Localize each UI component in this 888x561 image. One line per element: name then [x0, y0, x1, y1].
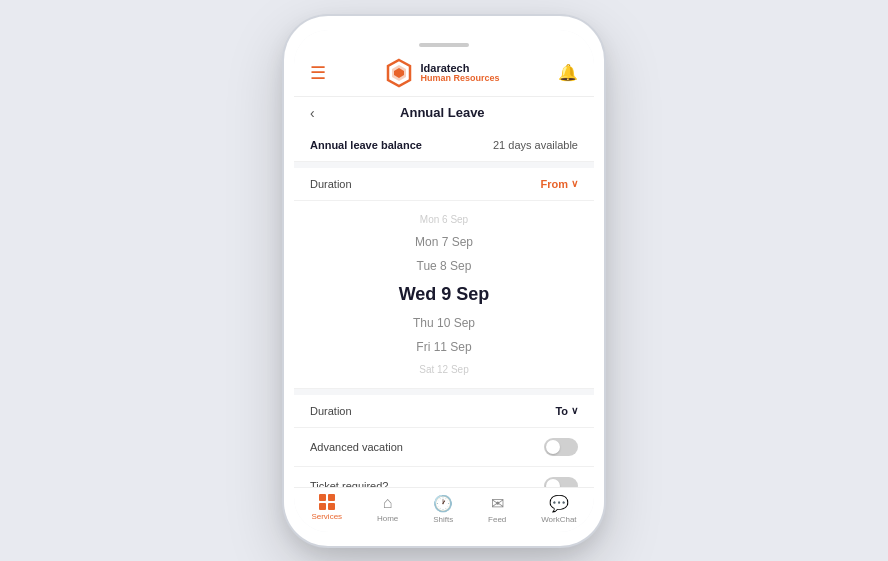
- nav-workchat[interactable]: 💬 WorkChat: [541, 494, 576, 524]
- brand-logo: [384, 58, 414, 88]
- date-item-thu10[interactable]: Thu 10 Sep: [294, 311, 594, 335]
- notch-bar: [419, 43, 469, 47]
- ticket-required-row: Ticket required?: [294, 467, 594, 487]
- nav-workchat-label: WorkChat: [541, 515, 576, 524]
- date-item-sat12[interactable]: Sat 12 Sep: [294, 359, 594, 380]
- ticket-required-toggle[interactable]: [544, 477, 578, 487]
- nav-services[interactable]: Services: [311, 494, 342, 524]
- feed-icon: ✉: [491, 494, 504, 513]
- nav-shifts[interactable]: 🕐 Shifts: [433, 494, 453, 524]
- workchat-icon: 💬: [549, 494, 569, 513]
- ticket-required-label: Ticket required?: [310, 480, 388, 487]
- balance-label: Annual leave balance: [310, 139, 422, 151]
- shifts-icon: 🕐: [433, 494, 453, 513]
- brand-name: Idaratech: [420, 62, 499, 74]
- page-header: ‹ Annual Leave: [294, 96, 594, 129]
- balance-row: Annual leave balance 21 days available: [294, 129, 594, 162]
- nav-feed[interactable]: ✉ Feed: [488, 494, 506, 524]
- notch: [294, 30, 594, 50]
- duration-from-label: Duration: [310, 178, 352, 190]
- brand-sub: Human Resources: [420, 74, 499, 84]
- advanced-vacation-toggle[interactable]: [544, 438, 578, 456]
- from-selector[interactable]: From ∨: [541, 178, 579, 190]
- duration-to-row[interactable]: Duration To ∨: [294, 395, 594, 428]
- date-picker: Mon 6 Sep Mon 7 Sep Tue 8 Sep Wed 9 Sep …: [294, 201, 594, 389]
- page-title: Annual Leave: [323, 105, 562, 120]
- nav-home-label: Home: [377, 514, 398, 523]
- app-header: ☰ Idaratech Human Resources 🔔: [294, 50, 594, 96]
- content-area: Annual leave balance 21 days available D…: [294, 129, 594, 487]
- bottom-nav: Services ⌂ Home 🕐 Shifts ✉ Feed 💬 WorkCh…: [294, 487, 594, 532]
- duration-to-label: Duration: [310, 405, 352, 417]
- from-text: From: [541, 178, 569, 190]
- date-item-mon6[interactable]: Mon 6 Sep: [294, 209, 594, 230]
- date-item-tue8[interactable]: Tue 8 Sep: [294, 254, 594, 278]
- nav-home[interactable]: ⌂ Home: [377, 494, 398, 524]
- home-icon: ⌂: [383, 494, 393, 512]
- advanced-vacation-row: Advanced vacation: [294, 428, 594, 467]
- nav-feed-label: Feed: [488, 515, 506, 524]
- brand-text: Idaratech Human Resources: [420, 62, 499, 84]
- from-chevron: ∨: [571, 178, 578, 189]
- to-text: To: [555, 405, 568, 417]
- menu-icon[interactable]: ☰: [310, 62, 326, 84]
- date-item-fri11[interactable]: Fri 11 Sep: [294, 335, 594, 359]
- nav-services-label: Services: [311, 512, 342, 521]
- bell-icon[interactable]: 🔔: [558, 63, 578, 82]
- phone-wrapper: ☰ Idaratech Human Resources 🔔 ‹ Annual L…: [284, 16, 604, 546]
- to-selector[interactable]: To ∨: [555, 405, 578, 417]
- phone-inner: ☰ Idaratech Human Resources 🔔 ‹ Annual L…: [294, 30, 594, 532]
- duration-from-row[interactable]: Duration From ∨: [294, 168, 594, 201]
- back-icon[interactable]: ‹: [310, 105, 315, 121]
- date-item-wed9[interactable]: Wed 9 Sep: [294, 278, 594, 311]
- nav-shifts-label: Shifts: [433, 515, 453, 524]
- date-item-mon7[interactable]: Mon 7 Sep: [294, 230, 594, 254]
- to-chevron: ∨: [571, 405, 578, 416]
- brand: Idaratech Human Resources: [384, 58, 499, 88]
- advanced-vacation-label: Advanced vacation: [310, 441, 403, 453]
- balance-value: 21 days available: [493, 139, 578, 151]
- services-grid-icon: [319, 494, 335, 510]
